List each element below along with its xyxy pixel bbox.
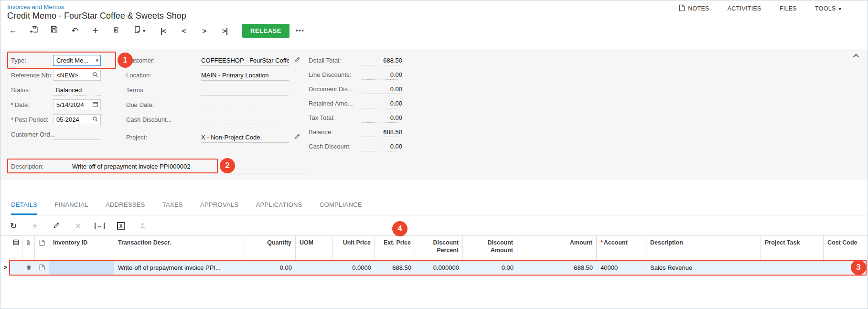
col-amount[interactable]: Amount [517,236,597,260]
col-account[interactable]: *Account [597,236,646,260]
go-last-button[interactable]: >| [217,23,233,38]
col-project-task[interactable]: Project Task [761,236,824,260]
location-field[interactable]: MAIN - Primary Location [201,70,289,81]
cancel-undo-button[interactable]: ↶ [67,23,83,38]
customer-field[interactable]: COFFEESHOP - FourStar Coffee & Swee [201,55,289,66]
tab-financial[interactable]: FINANCIAL [54,201,88,215]
cell-transaction-descr[interactable]: Write-off of prepayment invoice PPI... [114,260,244,275]
callout-badge-1: 1 [118,53,133,68]
row-paperclip-cell[interactable] [22,260,35,275]
add-new-button[interactable]: + [87,23,103,38]
callout-badge-4: 4 [392,221,407,236]
col-transaction-descr[interactable]: Transaction Descr. [114,236,244,260]
record-toolbar: ← ↶ + ▾ |< < > >| RELEASE ⋯ [5,23,308,38]
paperclip-icon[interactable] [22,236,35,260]
tab-compliance[interactable]: COMPLIANCE [320,201,362,215]
tab-taxes[interactable]: TAXES [162,201,183,215]
project-field[interactable]: X - Non-Project Code. [201,132,289,143]
edit-project-button[interactable] [294,133,300,142]
save-and-close-button[interactable] [26,23,42,38]
back-button[interactable]: ← [5,23,21,38]
export-to-excel-button[interactable]: X [116,221,126,231]
edit-customer-button[interactable] [294,56,300,65]
go-previous-button[interactable]: < [176,23,192,38]
col-discount-amount[interactable]: Discount Amount [463,236,517,260]
delete-button[interactable] [108,23,124,38]
cell-amount[interactable]: 688.50 [517,260,597,275]
more-actions-button[interactable]: ⋯ [291,25,308,36]
retained-amount-row: Retained Amo... 0.00 [309,96,402,110]
summary-col-left: Type: Credit Me... ▾ Reference Nbr.: <NE… [7,53,120,142]
status-value: Balanced [53,85,101,96]
customer-row: Customer: COFFEESHOP - FourStar Coffee &… [126,53,308,68]
pencil-icon [294,56,300,65]
copy-paste-button[interactable]: ▾ [129,23,150,38]
post-period-field[interactable]: 05-2024 [53,114,101,125]
grid-data-row[interactable]: > Write-off of prepayment invoice PPI...… [0,260,868,275]
go-next-button[interactable]: > [196,23,212,38]
excel-icon: X [117,222,125,230]
balance-label: Balance: [309,128,362,136]
collapse-summary-button[interactable] [851,51,861,60]
save-button[interactable] [46,23,62,38]
col-quantity[interactable]: Quantity [244,236,296,260]
breadcrumb[interactable]: Invoices and Memos [7,3,64,11]
col-unit-price[interactable]: Unit Price [333,236,375,260]
callout-badge-2: 2 [220,158,235,173]
description-field[interactable]: Write-off of prepayment invoice PPI00000… [72,163,190,170]
note-icon [679,4,685,13]
notes-button[interactable]: NOTES [679,4,709,13]
terms-field[interactable] [201,85,289,96]
col-discount-percent[interactable]: Discount Percent [415,236,463,260]
col-cost-code[interactable]: Cost Code [824,236,868,260]
delete-row-button[interactable]: × [73,221,83,231]
notes-label: NOTES [688,5,709,12]
date-field[interactable]: 5/14/2024 [53,99,101,110]
edit-row-button[interactable] [51,221,62,231]
line-discounts-label: Line Discounts: [309,71,362,78]
tab-details[interactable]: DETAILS [11,201,37,215]
col-ext-price[interactable]: Ext. Price [375,236,415,260]
project-label: Project: [126,134,201,141]
row-settings-cell[interactable] [10,260,22,275]
cell-description[interactable]: Sales Revenue [646,260,761,275]
row-note-cell[interactable] [35,260,49,275]
go-first-button[interactable]: |< [155,23,171,38]
cell-discount-percent[interactable]: 0.000000 [415,260,463,275]
upload-icon [139,222,146,230]
fit-to-screen-button[interactable]: ↔ [94,221,105,231]
cell-account[interactable]: 40000 [597,260,646,275]
activities-button[interactable]: ACTIVITIES [728,5,761,12]
tab-applications[interactable]: APPLICATIONS [256,201,302,215]
cell-uom[interactable] [296,260,333,275]
cell-discount-amount[interactable]: 0.00 [463,260,517,275]
files-button[interactable]: FILES [780,5,797,12]
cell-ext-price[interactable]: 688.50 [375,260,415,275]
reference-field[interactable]: <NEW> [53,70,101,81]
chevron-down-icon: ▾ [839,6,841,11]
type-field[interactable]: Credit Me... ▾ [53,55,101,66]
cash-discount-value: 0.00 [362,141,402,151]
col-description[interactable]: Description [646,236,761,260]
col-inventory-id[interactable]: Inventory ID [49,236,114,260]
cell-quantity[interactable]: 0.00 [244,260,296,275]
cell-project-task[interactable] [761,260,824,275]
due-date-field[interactable] [201,100,289,110]
customer-order-label: Customer Ord... [7,131,53,138]
note-icon[interactable] [35,236,49,260]
cell-unit-price[interactable]: 0.0000 [333,260,375,275]
col-uom[interactable]: UOM [296,236,333,260]
tools-menu-button[interactable]: TOOLS ▾ [815,5,841,12]
retained-amount-value: 0.00 [362,98,402,108]
cell-inventory-id[interactable] [49,260,114,275]
fit-width-icon: ↔ [95,223,105,229]
tab-approvals[interactable]: APPROVALS [200,201,239,215]
refresh-button[interactable]: ↻ [8,221,19,231]
tab-addresses[interactable]: ADDRESSES [106,201,145,215]
customer-order-field[interactable] [53,129,101,140]
release-button[interactable]: RELEASE [242,24,289,38]
cash-discount-date-field[interactable] [201,115,289,125]
grid-settings-icon[interactable] [10,236,22,260]
load-records-button[interactable] [137,221,148,231]
add-row-button[interactable]: + [30,221,40,231]
